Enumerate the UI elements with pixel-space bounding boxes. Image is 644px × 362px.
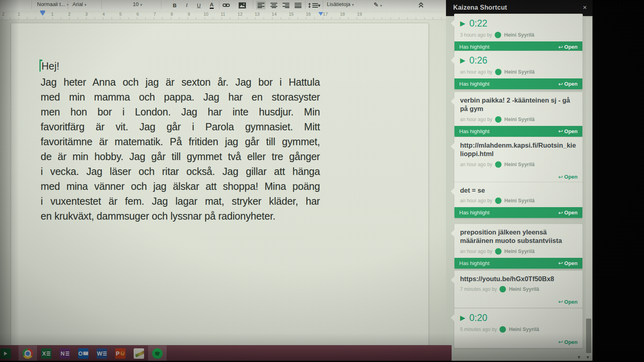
ruler-number: 6	[136, 12, 139, 16]
comment-card[interactable]: ▶0:26an hour ago byHeini SyyriläHas high…	[454, 51, 583, 90]
card-body: det = sean hour ago byHeini Syyrilä	[454, 182, 582, 207]
taskbar-icon-word[interactable]: W	[93, 346, 111, 361]
insert-link-icon[interactable]	[221, 1, 231, 10]
comment-meta: 5 minutes ago byHeini Syyrilä	[460, 326, 577, 333]
taskbar-icon-onenote[interactable]: N	[56, 346, 74, 361]
author-name: Heini Syyrilä	[504, 162, 535, 167]
author-name: Heini Syyrilä	[504, 198, 535, 204]
timestamp: an hour ago by	[460, 198, 492, 204]
align-center-button[interactable]	[269, 1, 279, 10]
open-button[interactable]: ↩Open	[558, 298, 578, 305]
card-body: verbin paikka! 2 -käänteinen sj - gå på …	[454, 92, 582, 126]
taskbar-icon-powerpoint[interactable]: P	[111, 346, 130, 361]
editing-mode-button[interactable]: ✎▾	[374, 1, 382, 8]
panel-scrollbar-thumb[interactable]	[586, 319, 591, 353]
justify-button[interactable]	[293, 1, 303, 10]
scroll-down-icon[interactable]: ▼	[586, 355, 590, 360]
pie-glyph	[120, 351, 125, 356]
author-name: Heini Syyrilä	[504, 249, 535, 254]
reply-icon: ↩	[558, 128, 563, 134]
taskbar-icon-spotify[interactable]	[148, 346, 167, 361]
open-button[interactable]: ↩Open	[558, 128, 578, 134]
panel-title: Kaizena Shortcut	[453, 4, 507, 11]
open-button[interactable]: ↩Open	[558, 260, 578, 266]
card-tail	[451, 276, 454, 284]
chevron-down-icon: ▾	[318, 2, 321, 8]
chrome-icon	[23, 348, 33, 359]
card-body: preposition jälkeen yleensä määräinen mu…	[454, 224, 582, 258]
bold-button[interactable]: B	[170, 1, 180, 10]
card-body: https://youtu.be/hGx0Tf50Bx87 minutes ag…	[454, 271, 582, 296]
taskbar-icon-film-app[interactable]	[0, 346, 19, 361]
italic-button[interactable]: I	[182, 1, 192, 10]
kaizena-panel: Kaizena Shortcut × ▶0:223 hours ago byHe…	[446, 0, 592, 361]
text-color-button[interactable]: A	[207, 1, 217, 10]
ruler-number: 4	[102, 12, 105, 16]
word-icon: W	[97, 348, 107, 359]
taskbar-icon-chrome[interactable]	[19, 346, 37, 361]
doc-line: favoritämne är matematik. På fritiden ja…	[41, 134, 320, 149]
has-highlight-label: Has highlight	[459, 128, 489, 134]
collapse-toolbar-button[interactable]	[418, 2, 424, 8]
avatar	[495, 32, 501, 38]
ruler-number: 11	[221, 12, 225, 16]
comment-card[interactable]: http://mlahdenm.kapsi.fi/Ruotsin_kieliop…	[454, 137, 583, 183]
ruler-number: 19	[357, 12, 362, 16]
open-button[interactable]: ↩Open	[558, 174, 578, 180]
insert-image-icon[interactable]	[237, 1, 247, 10]
author-name: Heini Syyrilä	[509, 286, 539, 292]
font-size-dropdown[interactable]: 10▾	[133, 1, 142, 7]
taskbar-icon-paint[interactable]	[130, 346, 148, 361]
play-icon[interactable]: ▶	[460, 314, 465, 322]
timestamp: an hour ago by	[460, 69, 492, 75]
play-icon[interactable]: ▶	[460, 19, 465, 28]
paragraph-style-dropdown[interactable]: Normaali t...▾	[37, 1, 69, 7]
author-name: Heini Syyrilä	[504, 117, 535, 122]
reply-icon: ↩	[558, 174, 563, 180]
audio-duration: 0:20	[469, 313, 487, 323]
close-icon[interactable]: ×	[583, 4, 587, 12]
doc-heading: Hej!	[41, 60, 59, 72]
comment-card[interactable]: det = sean hour ago byHeini SyyriläHas h…	[454, 182, 583, 218]
document-page[interactable]: Hej! Jag heter Anna och jag är sexton år…	[11, 23, 429, 361]
card-tail	[451, 57, 454, 64]
has-highlight-label: Has highlight	[459, 260, 489, 266]
has-highlight-label: Has highlight	[459, 210, 489, 216]
align-left-button[interactable]	[256, 1, 266, 10]
comment-card[interactable]: ▶0:205 minutes ago byHeini Syyrilä↩Open	[454, 308, 583, 348]
comment-card[interactable]: preposition jälkeen yleensä määräinen mu…	[454, 224, 583, 269]
chevron-down-icon: ▾	[140, 3, 142, 7]
ruler: 2112345678910111213141516171819	[0, 10, 446, 20]
open-button[interactable]: ↩Open	[558, 81, 578, 87]
play-icon[interactable]: ▶	[460, 56, 465, 65]
taskbar-icon-excel[interactable]: X	[37, 346, 56, 361]
open-button[interactable]: ↩Open	[558, 210, 578, 216]
scroll-down-icon[interactable]: ▼	[577, 355, 581, 360]
taskbar-icon-outlook[interactable]: O	[74, 346, 93, 361]
align-right-button[interactable]	[281, 1, 291, 10]
font-dropdown[interactable]: Arial▾	[72, 1, 87, 7]
comment-text: preposition jälkeen yleensä määräinen mu…	[460, 228, 577, 245]
audio-comment-title: ▶0:22	[460, 18, 577, 29]
underline-button[interactable]: U	[194, 1, 204, 10]
open-button[interactable]: ↩Open	[558, 44, 578, 50]
open-label: Open	[564, 81, 578, 87]
card-body: http://mlahdenm.kapsi.fi/Ruotsin_kieliop…	[454, 137, 582, 171]
line-spacing-button[interactable]: ▾	[308, 1, 321, 10]
right-indent-marker[interactable]	[318, 12, 323, 16]
card-footer: ↩Open	[454, 171, 582, 183]
left-indent-marker[interactable]	[40, 12, 45, 16]
timestamp: 7 minutes ago by	[460, 286, 497, 292]
comment-card[interactable]: verbin paikka! 2 -käänteinen sj - gå på …	[454, 92, 583, 137]
more-options-dropdown[interactable]: Lisätietoja▾	[327, 1, 354, 7]
comment-card[interactable]: https://youtu.be/hGx0Tf50Bx87 minutes ag…	[454, 270, 583, 308]
audio-comment-title: ▶0:26	[460, 55, 577, 66]
comment-card[interactable]: ▶0:223 hours ago byHeini SyyriläHas high…	[454, 14, 583, 53]
panel-scrollbar-track[interactable]	[586, 18, 592, 356]
open-button[interactable]: ↩Open	[558, 339, 578, 345]
reply-icon: ↩	[558, 260, 563, 266]
comment-meta: an hour ago byHeini Syyrilä	[460, 116, 577, 123]
document-lines-glyph	[66, 352, 69, 356]
reply-icon: ↩	[558, 298, 563, 305]
avatar	[495, 197, 502, 204]
